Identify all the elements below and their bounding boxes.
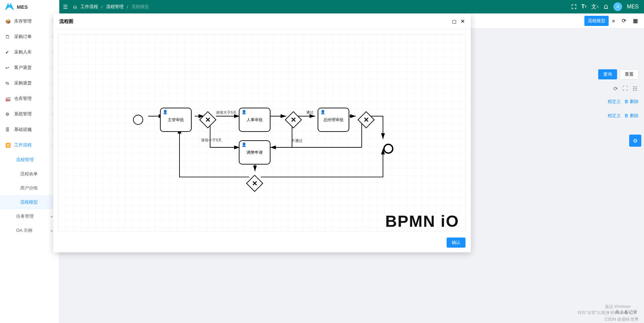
sub-item-task-mgmt[interactable]: 任务管理⌄ [0,209,59,223]
breadcrumb-sep: / [127,4,128,9]
logo-icon [5,3,14,10]
refresh-icon[interactable]: ⟳ [613,85,618,92]
reset-button[interactable]: 重置 [620,69,639,79]
grid-icon[interactable]: ▦ [630,15,641,26]
flow-label-gt5: 请假大于5天 [216,110,236,115]
close-icon[interactable]: ✕ [460,18,465,25]
fullscreen-icon[interactable] [571,4,577,9]
sidebar-item-warehouse[interactable]: 🏭仓库管理› [0,91,59,106]
diagram-modal: 流程图 ◻ ✕ [53,13,471,252]
avatar[interactable]: A [613,2,622,11]
inventory-icon: 📦 [5,19,11,24]
task-gm-approval[interactable]: 👤总经理审批 [318,108,349,132]
link-delete[interactable]: 🗑 删除 [624,113,639,119]
gateway-1[interactable]: ✕ [202,114,214,126]
header-right: TT 文A A MES [571,2,644,11]
breadcrumb-root-icon: 🗂 [73,4,77,9]
language-icon[interactable]: 文A [591,3,599,10]
bpmn-diagram [58,35,466,231]
flow-label-fail: 不通过 [291,138,302,143]
breadcrumb-root[interactable]: 工作流程 [80,4,98,10]
app-name: MES [17,4,28,10]
purchase-in-icon: ✔ [5,50,11,55]
breadcrumb: 🗂 工作流程 / 流程管理 / 流程模型 [71,4,149,10]
gateway-2[interactable]: ✕ [287,114,299,126]
purchase-return-icon: ⇆ [5,81,11,86]
sidebar-item-purchase-order[interactable]: 🗒采购订单› [0,29,59,44]
page-prev[interactable]: ‹ [605,308,612,316]
username[interactable]: MES [627,4,639,10]
bpmn-watermark: BPMN iO [385,212,459,230]
gateway-3[interactable]: ✕ [360,114,372,126]
pagination: ‹ 共 2 条记录 [605,308,637,316]
workflow-icon: 🔀 [5,143,11,148]
flow-label-lt5: 请假小于5天 [201,138,222,143]
sub-item-process-form[interactable]: 流程表单 [0,167,59,181]
bell-icon[interactable] [603,4,609,9]
modal-header: 流程图 ◻ ✕ [53,13,471,30]
breadcrumb-sep: / [101,4,103,9]
sub-item-user-group[interactable]: 用户分组 [0,181,59,195]
sub-item-process-mgmt[interactable]: 流程管理 [0,153,59,167]
user-icon: 👤 [320,110,325,114]
gateway-4[interactable]: ✕ [249,177,261,189]
task-adjust-apply[interactable]: 👤调整申请 [239,140,270,165]
customer-return-icon: ↩ [5,65,11,70]
sidebar-item-system[interactable]: ⚙系统管理› [0,106,59,122]
settings-fab[interactable]: ⚙ [629,135,641,147]
tab-process-model[interactable]: 流程模型 [584,16,609,26]
user-icon: 👤 [163,110,168,114]
link-definition[interactable]: 程定义 [608,113,621,119]
sidebar-item-inventory[interactable]: 📦库存管理› [0,13,59,29]
link-delete[interactable]: 🗑 删除 [624,99,639,105]
refresh-icon[interactable]: ⟳ [618,15,630,26]
purchase-order-icon: 🗒 [5,34,11,39]
user-icon: 👤 [242,110,247,114]
sidebar: 📦库存管理› 🗒采购订单› ✔采购入库› ↩客户退货› ⇆采购退货› 🏭仓库管理… [0,13,59,323]
font-size-icon[interactable]: TT [581,4,586,10]
gear-icon: ⚙ [633,138,638,144]
total-records: 共 2 条记录 [615,309,637,315]
search-button[interactable]: 查询 [598,69,617,79]
link-definition[interactable]: 程定义 [608,99,621,105]
start-event[interactable] [133,115,143,125]
app-header: MES ☰ 🗂 工作流程 / 流程管理 / 流程模型 TT 文A A MES [0,0,644,13]
logo-area: MES [0,0,59,13]
sidebar-item-purchase-return[interactable]: ⇆采购退货› [0,75,59,91]
sidebar-item-customer-return[interactable]: ↩客户退货› [0,60,59,75]
csdn-watermark: CSDN @源码 世界 [605,317,639,322]
flow-label-pass: 通过 [306,110,314,115]
gear-icon: ⚙ [5,112,11,117]
sub-item-oa-example[interactable]: OA 示例⌄ [0,223,59,238]
sidebar-item-workflow[interactable]: 🔀工作流程⌄ [0,137,59,153]
tab-more-icon[interactable]: » [609,16,618,26]
expand-icon[interactable]: ⛶ [622,85,628,92]
columns-icon[interactable]: ☷ [633,85,637,92]
sidebar-item-infrastructure[interactable]: 🗄基础设施› [0,122,59,137]
breadcrumb-mid[interactable]: 流程管理 [106,4,124,10]
diagram-canvas[interactable]: 👤主管审批 ✕ 👤人事审批 ✕ 👤总经理审批 ✕ 👤调整申请 ✕ 请假大于5天 … [58,34,466,231]
menu-toggle-icon[interactable]: ☰ [59,4,71,10]
warehouse-icon: 🏭 [5,96,11,101]
breadcrumb-last: 流程模型 [131,4,149,10]
maximize-icon[interactable]: ◻ [452,18,456,25]
infrastructure-icon: 🗄 [5,127,11,132]
sidebar-item-purchase-in[interactable]: ✔采购入库› [0,44,59,60]
end-event[interactable] [383,144,393,154]
modal-footer: 确认 [53,236,471,252]
user-icon: 👤 [242,142,247,147]
sub-item-process-model[interactable]: 流程模型 [0,195,59,209]
modal-title: 流程图 [59,19,73,25]
task-hr-approval[interactable]: 👤人事审批 [239,108,270,132]
task-supervisor-approval[interactable]: 👤主管审批 [160,108,192,132]
confirm-button[interactable]: 确认 [447,238,465,248]
